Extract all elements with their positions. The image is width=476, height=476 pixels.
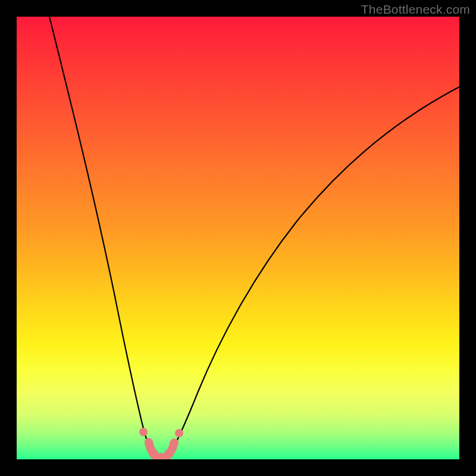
marker-dot <box>150 449 158 458</box>
marker-dot <box>139 428 148 436</box>
marker-dot <box>164 449 173 458</box>
plot-area <box>17 17 459 459</box>
marker-dot <box>145 439 153 447</box>
watermark-text: TheBottleneck.com <box>361 2 470 17</box>
outer-frame: TheBottleneck.com <box>0 0 476 476</box>
marker-dot <box>175 429 183 437</box>
minimum-marker <box>17 17 459 459</box>
marker-dot <box>170 439 178 447</box>
